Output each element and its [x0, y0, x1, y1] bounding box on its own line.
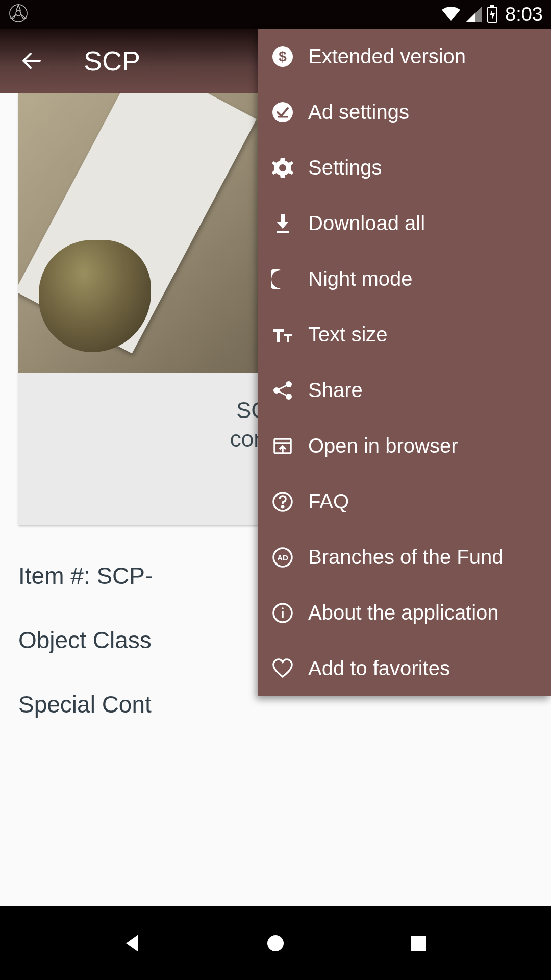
screen-root: 8:03 SCP SCP-68 containm Item #: SCP- Ob… [0, 0, 551, 980]
menu-item-label: About the application [308, 601, 499, 624]
svg-rect-8 [277, 231, 289, 233]
svg-rect-3 [490, 5, 494, 7]
menu-item-label: Download all [308, 212, 425, 235]
menu-item-label: Add to favorites [308, 657, 450, 680]
menu-item-label: Text size [308, 323, 388, 346]
menu-item-label: Branches of the Fund [308, 546, 503, 569]
svg-point-1 [16, 11, 21, 16]
dollar-circle-icon: $ [271, 45, 294, 68]
svg-point-11 [286, 394, 292, 400]
back-button[interactable] [18, 46, 47, 75]
share-icon [271, 379, 294, 402]
menu-item-night-mode[interactable]: Night mode [258, 251, 551, 307]
menu-item-settings[interactable]: Settings [258, 140, 551, 195]
menu-item-extended-version[interactable]: $ Extended version [258, 29, 551, 84]
help-circle-icon [271, 491, 294, 513]
system-nav-bar [0, 906, 551, 980]
nav-home-button[interactable] [257, 925, 294, 962]
status-time: 8:03 [505, 4, 543, 26]
scp-logo-icon [8, 3, 29, 26]
menu-item-share[interactable]: Share [258, 362, 551, 418]
svg-point-0 [10, 5, 27, 22]
open-in-browser-icon [271, 435, 294, 457]
svg-point-6 [272, 102, 293, 122]
svg-line-12 [279, 385, 287, 389]
svg-point-23 [267, 935, 284, 951]
svg-point-9 [286, 381, 292, 387]
cell-signal-icon [465, 6, 483, 23]
svg-text:AD: AD [277, 553, 288, 562]
svg-text:$: $ [279, 48, 287, 64]
svg-point-10 [273, 387, 280, 394]
wifi-icon [441, 6, 461, 23]
menu-item-about[interactable]: About the application [258, 585, 551, 641]
menu-item-faq[interactable]: FAQ [258, 474, 551, 529]
moon-icon [271, 268, 294, 290]
status-bar-right: 8:03 [441, 4, 543, 26]
menu-item-label: FAQ [308, 490, 349, 513]
status-bar: 8:03 [0, 0, 551, 29]
svg-point-17 [282, 506, 284, 508]
menu-item-download-all[interactable]: Download all [258, 195, 551, 251]
menu-item-label: Ad settings [308, 101, 409, 124]
gear-icon [271, 157, 294, 179]
menu-item-label: Settings [308, 156, 382, 179]
menu-item-label: Extended version [308, 45, 466, 68]
check-circle-icon [271, 101, 294, 124]
menu-item-add-to-favorites[interactable]: Add to favorites [258, 641, 551, 696]
battery-charging-icon [487, 5, 498, 23]
svg-rect-24 [411, 936, 426, 951]
menu-item-open-in-browser[interactable]: Open in browser [258, 418, 551, 474]
ad-circle-icon: AD [271, 546, 294, 569]
menu-item-label: Open in browser [308, 434, 458, 457]
nav-recent-button[interactable] [400, 925, 437, 962]
menu-item-label: Share [308, 379, 363, 402]
svg-line-13 [279, 391, 287, 396]
info-circle-icon [271, 602, 294, 624]
text-size-icon [271, 324, 294, 346]
menu-item-text-size[interactable]: Text size [258, 307, 551, 362]
menu-item-ad-settings[interactable]: Ad settings [258, 84, 551, 140]
status-bar-left [8, 3, 29, 26]
overflow-menu: $ Extended version Ad settings Settings … [258, 29, 551, 696]
download-icon [271, 212, 294, 235]
svg-point-21 [282, 607, 284, 609]
heart-icon [271, 657, 294, 680]
menu-item-label: Night mode [308, 267, 413, 290]
nav-back-button[interactable] [114, 925, 151, 962]
menu-item-branches[interactable]: AD Branches of the Fund [258, 529, 551, 585]
page-title: SCP [84, 45, 140, 77]
